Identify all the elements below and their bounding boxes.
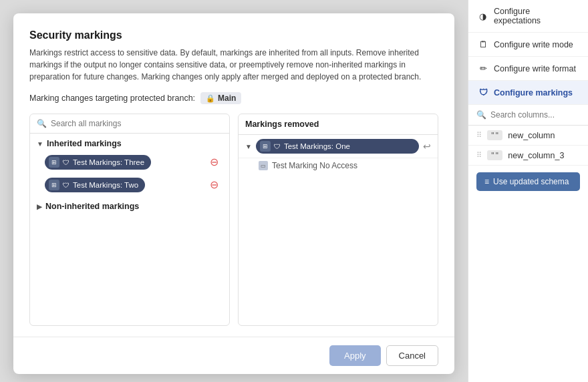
right-sidebar: ◑ Configure expectations 🗒 Configure wri… [468,0,588,382]
search-icon-left: 🔍 [37,119,47,128]
shield-icon-two: 🛡 [63,182,69,189]
removed-shield-icon: 🛡 [274,143,281,150]
sidebar-search-box: 🔍 [468,105,588,126]
sub-item-label: Test Marking No Access [272,161,357,170]
branch-name: Main [218,93,236,103]
inherited-markings-header[interactable]: ▼ Inherited markings [30,134,229,151]
col-name-2: new_column_3 [508,151,580,160]
marking-item-two: ⊞ 🛡 Test Markings: Two ⊖ [34,175,225,195]
sidebar-column-row-2: ⠿ "" new_column_3 [468,146,588,166]
marking-tag-label-two: Test Markings: Two [73,181,138,189]
marking-tag-three: ⊞ 🛡 Test Markings: Three [45,155,151,170]
dialog-footer: Apply Cancel [13,337,454,374]
dialog-body: Security markings Markings restrict acce… [13,13,454,337]
marking-tag-label-three: Test Markings: Three [73,158,144,166]
removed-item-one: ▼ ⊞ 🛡 Test Markings: One ↩ [239,135,438,158]
sidebar-item-configure-write-mode[interactable]: 🗒 Configure write mode [468,33,588,57]
configure-write-format-icon: ✏ [478,63,488,73]
marking-tag-two: ⊞ 🛡 Test Markings: Two [45,178,145,192]
use-schema-icon: ≡ [484,177,489,186]
branch-label-row: Marking changes targeting protected bran… [29,92,438,104]
branch-label-text: Marking changes targeting protected bran… [29,93,195,103]
dialog-description: Markings restrict access to sensitive da… [29,47,438,83]
non-inherited-markings-header[interactable]: ▶ Non-inherited markings [30,196,229,214]
right-panel: Markings removed ▼ ⊞ 🛡 Test Markings: On… [238,114,438,326]
dialog-overlay: Security markings Markings restrict acce… [0,0,468,382]
inherited-markings-label: Inherited markings [47,139,122,148]
remove-button-three[interactable]: ⊖ [210,157,218,168]
sidebar-item-configure-expectations[interactable]: ◑ Configure expectations [468,0,588,33]
sidebar-column-row-1: ⠿ "" new_column [468,126,588,146]
removed-marking-tag-one: ⊞ 🛡 Test Markings: One [256,139,419,154]
use-updated-schema-button[interactable]: ≡ Use updated schema [476,172,580,191]
sub-item-no-access: ▭ Test Marking No Access [239,158,438,173]
sidebar-item-configure-markings[interactable]: 🛡 Configure markings [468,81,588,105]
sidebar-search-input[interactable] [490,110,580,120]
sidebar-item-configure-write-format[interactable]: ✏ Configure write format [468,57,588,81]
drag-handle-icon-1[interactable]: ⠿ [476,131,482,140]
col-type-badge-1: "" [487,130,502,140]
col-name-1: new_column [508,131,580,140]
apply-button[interactable]: Apply [329,345,381,366]
removed-chevron-icon: ▼ [245,143,252,150]
use-schema-label: Use updated schema [493,177,569,186]
security-markings-dialog: Security markings Markings restrict acce… [13,13,454,374]
markings-removed-header: Markings removed [239,114,438,135]
lock-icon: 🔒 [206,94,215,103]
configure-write-format-label: Configure write format [494,64,576,73]
shield-icon-three: 🛡 [63,159,69,166]
remove-button-two[interactable]: ⊖ [210,180,218,190]
non-inherited-chevron-icon: ▶ [37,203,42,210]
undo-button[interactable]: ↩ [423,141,431,152]
left-panel: 🔍 ▼ Inherited markings ⊞ 🛡 Test Markings… [29,114,230,326]
configure-expectations-label: Configure expectations [494,7,579,25]
cancel-button[interactable]: Cancel [386,345,438,366]
sub-item-icon: ▭ [259,161,268,170]
tag-grid-icon-two: ⊞ [49,180,59,190]
removed-marking-label: Test Markings: One [284,142,350,150]
dialog-title: Security markings [29,29,438,41]
tag-grid-icon-three: ⊞ [49,157,59,168]
removed-tag-grid-icon: ⊞ [260,141,271,152]
configure-markings-label: Configure markings [494,88,573,98]
drag-handle-icon-2[interactable]: ⠿ [476,151,482,160]
inherited-chevron-icon: ▼ [37,140,43,148]
col-type-badge-2: "" [487,150,502,160]
configure-expectations-icon: ◑ [478,11,488,21]
search-all-markings-input[interactable] [51,119,223,128]
non-inherited-markings-label: Non-inherited markings [45,202,139,211]
configure-markings-icon: 🛡 [478,87,488,98]
branch-badge: 🔒 Main [200,92,241,104]
two-col-layout: 🔍 ▼ Inherited markings ⊞ 🛡 Test Markings… [29,114,438,326]
configure-write-mode-icon: 🗒 [478,39,488,49]
sidebar-search-icon: 🔍 [476,110,486,120]
marking-item-three: ⊞ 🛡 Test Markings: Three ⊖ [34,152,225,172]
search-box-left: 🔍 [30,114,229,134]
configure-write-mode-label: Configure write mode [494,40,573,49]
